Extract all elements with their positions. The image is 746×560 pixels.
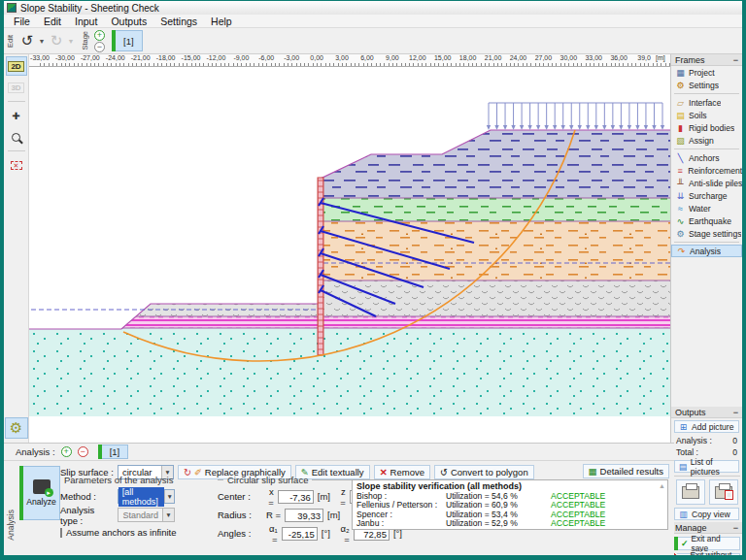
edit-group-label: Edit (6, 35, 15, 48)
sidebar-item-rigid-bodies[interactable]: ▮Rigid bodies (671, 121, 742, 134)
surcharge-arrowhead (611, 125, 615, 130)
pan-icon: ✚ (12, 111, 19, 121)
remove-stage-button[interactable]: − (94, 42, 105, 52)
center-x-field[interactable]: -7,36 (278, 490, 314, 504)
zoom-button[interactable] (6, 127, 27, 147)
print-picture-button[interactable] (676, 479, 705, 505)
sidebar-item-analysis[interactable]: ↷Analysis (671, 245, 742, 257)
sidebar-item-project[interactable]: ▦Project (671, 66, 742, 79)
mode-3d-button[interactable]: 3D (6, 78, 27, 97)
fit-view-button[interactable]: ✕ (6, 155, 27, 175)
collapse-outputs-icon[interactable]: − (733, 408, 738, 417)
sidebar-item-anchors[interactable]: ╲Anchors (671, 151, 742, 164)
sidebar-item-stage-settings[interactable]: ⚙Stage settings (671, 227, 742, 240)
window-title: Slope Stability - Sheeting Check (20, 3, 159, 14)
surcharge-arrowhead (503, 125, 507, 130)
menu-outputs[interactable]: Outputs (105, 16, 153, 27)
settings-icon: ⚙ (675, 81, 686, 90)
ruler-label: 39,0 (637, 54, 651, 61)
gear-icon: ⚙ (10, 419, 22, 437)
ruler-label: -21,00 (131, 54, 151, 61)
exit-and-save-button[interactable]: ✓ Exit and save (673, 537, 740, 550)
sidebar-item-water[interactable]: ≈Water (671, 202, 742, 214)
exit-without-saving-button[interactable]: ✗ Exit without saving (673, 553, 740, 560)
remove-analysis-button[interactable]: − (78, 446, 88, 457)
printer-document-icon (715, 486, 732, 499)
project-icon: ▦ (675, 68, 686, 78)
anchors-icon: ╲ (675, 153, 686, 163)
method-select[interactable]: [all methods] ▼ (118, 489, 175, 504)
ruler-label: 30,00 (560, 54, 578, 61)
copy-view-button[interactable]: ▥ Copy view (674, 508, 739, 520)
redo-dropdown-icon[interactable]: ▼ (67, 38, 75, 45)
sidebar-item-label: Reinforcements (688, 166, 742, 176)
add-analysis-button[interactable]: + (61, 446, 72, 457)
add-stage-button[interactable]: + (94, 30, 105, 41)
result-row: Morgenstern-Price :Utilization = 52,9 %A… (356, 529, 663, 530)
menu-settings[interactable]: Settings (154, 16, 203, 27)
radius-field[interactable]: 39,33 (285, 509, 323, 522)
ruler-unit: [m] (656, 54, 665, 61)
result-cell: ACCEPTABLE (551, 529, 605, 530)
print-document-button[interactable] (709, 479, 738, 505)
list-of-pictures-button[interactable]: ▤ List of pictures (674, 460, 739, 473)
sidebar-item-settings[interactable]: ⚙Settings (671, 79, 742, 91)
undo-button[interactable]: ↺ (17, 30, 38, 51)
sidebar-item-earthquake[interactable]: ∿Earthquake (671, 214, 742, 227)
sidebar-item-reinforcements[interactable]: ≡Reinforcements (671, 164, 742, 177)
sidebar-item-soils[interactable]: ▤Soils (671, 109, 742, 121)
menu-edit[interactable]: Edit (38, 16, 67, 27)
analysis-type-select[interactable]: Standard ▼ (118, 508, 175, 522)
exit-nosave-bar (674, 553, 677, 560)
surcharge-arrowhead (553, 125, 557, 130)
redo-button[interactable]: ↻ (46, 30, 67, 51)
outputs-header: Outputs − (671, 407, 742, 418)
drawing-area[interactable]: -33,00-30,00-27,00-24,00-21,00-18,00-15,… (29, 54, 674, 443)
stage-tab-1[interactable]: [1] (112, 30, 143, 51)
analysis-tabs-label: Analysis : (16, 446, 55, 457)
assign-icon: ▧ (675, 136, 686, 146)
collapse-frames-icon[interactable]: − (733, 55, 738, 65)
pan-button[interactable]: ✚ (6, 106, 27, 125)
convert-icon: ↺ (440, 467, 448, 478)
ruler-label: 27,00 (535, 54, 553, 61)
refresh-icon: ↻ (184, 467, 191, 478)
ruler-label: -6,00 (258, 54, 274, 61)
surcharge-arrowhead (520, 125, 524, 130)
scroll-up-icon[interactable]: ▲ (659, 481, 665, 491)
menu-input[interactable]: Input (69, 16, 103, 27)
surcharge-arrowhead (652, 125, 656, 130)
analysis-tab-row: Analysis : + − [1] (4, 444, 674, 461)
r-label: R = (266, 510, 281, 520)
analyze-button[interactable]: Analyze (19, 466, 60, 520)
collapse-manage-icon[interactable]: − (733, 523, 738, 533)
menu-file[interactable]: File (8, 16, 36, 27)
sidebar-item-assign[interactable]: ▧Assign (671, 134, 742, 147)
menu-help[interactable]: Help (205, 16, 238, 27)
anchors-infinite-row: Assume anchors as infinite (60, 527, 175, 538)
alpha2-label: α₂ = (334, 523, 350, 544)
right-panel: Frames − ▦Project⚙Settings▱Interface▤Soi… (670, 54, 742, 555)
sidebar-item-label: Water (689, 204, 711, 214)
copy-view-icon: ▥ (678, 510, 689, 519)
alpha1-field[interactable]: -25,15 (282, 527, 318, 541)
surcharge-arrowhead (627, 125, 631, 130)
undo-dropdown-icon[interactable]: ▼ (38, 38, 46, 45)
divider (8, 101, 25, 102)
detailed-results-button[interactable]: ▦ Detailed results (583, 464, 669, 478)
divider (8, 150, 25, 151)
anchors-infinite-checkbox[interactable] (60, 528, 62, 538)
surcharge-arrowhead (602, 125, 606, 130)
convert-to-polygon-button[interactable]: ↺ Convert to polygon (434, 465, 534, 479)
surcharge-arrowhead (578, 125, 582, 130)
sidebar-item-anti-slide-piles[interactable]: ╨Anti-slide piles (671, 177, 742, 189)
mode-2d-button[interactable]: 2D (6, 56, 27, 76)
sidebar-item-interface[interactable]: ▱Interface (671, 96, 742, 109)
drawing-settings-button[interactable]: ⚙ (5, 417, 28, 439)
analysis-tab-1[interactable]: [1] (98, 445, 129, 459)
sidebar-item-surcharge[interactable]: ⇊Surcharge (671, 189, 742, 202)
surcharge-arrowhead (527, 125, 531, 130)
surcharge-arrowhead (569, 125, 573, 130)
add-picture-button[interactable]: ⊞ Add picture (674, 420, 739, 433)
analysis-panel: Analysis : + − [1] Analysis Analyze Slip… (4, 443, 674, 556)
